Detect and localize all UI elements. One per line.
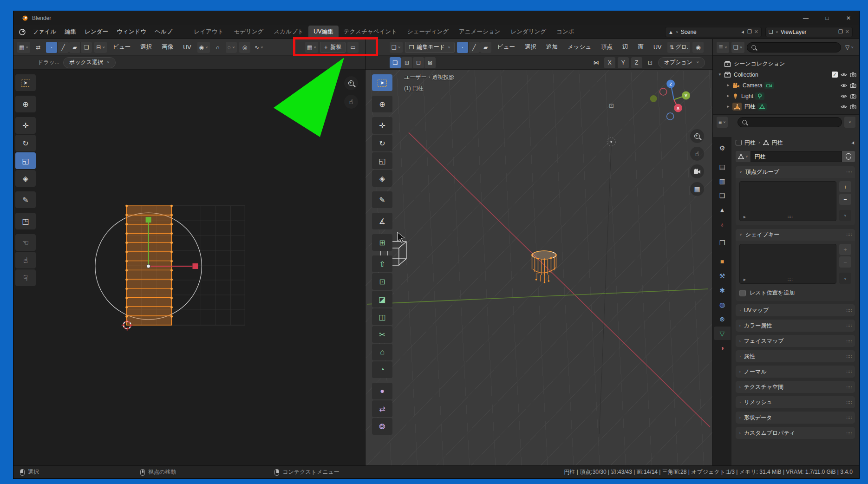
mirror-y-toggle[interactable]: Y: [618, 57, 629, 68]
outliner-row-scene-collection[interactable]: シーンコレクション: [713, 59, 859, 69]
uv-select-island-button[interactable]: ❏: [81, 42, 92, 53]
panel-face-maps[interactable]: ›フェイスマップ∷∷: [736, 335, 855, 347]
outliner-row-camera[interactable]: ► Camera: [713, 80, 859, 91]
mirror-x-toggle[interactable]: X: [604, 57, 615, 68]
blender-menu-icon[interactable]: [18, 29, 26, 35]
light-data-badge[interactable]: [755, 92, 764, 100]
panel-custom-properties[interactable]: ›カスタムプロパティ∷∷: [736, 427, 855, 439]
drag-mode-dropdown[interactable]: ボックス選択∨: [63, 57, 116, 68]
add-shape-key-button[interactable]: +: [839, 244, 851, 255]
grip-icon[interactable]: ∷∷: [846, 339, 851, 344]
tab-output[interactable]: ▥: [714, 174, 730, 188]
camera-data-badge[interactable]: [764, 82, 774, 89]
mode-dropdown[interactable]: ❒編集モード∨: [405, 42, 455, 53]
outliner-filter-dropdown[interactable]: ▽∨: [843, 42, 855, 53]
vp-tool-tweak-select[interactable]: ➤: [372, 74, 392, 91]
select-mode-extend-button[interactable]: ⊞: [401, 57, 412, 68]
tab-render[interactable]: ▤: [714, 160, 730, 173]
vp-menu-view[interactable]: ビュー: [494, 41, 519, 53]
snap-settings-dropdown[interactable]: ◌∨: [226, 42, 237, 53]
tab-material[interactable]: ◑: [714, 341, 730, 354]
fake-user-button[interactable]: [842, 151, 855, 162]
grip-icon[interactable]: ∷∷: [846, 170, 851, 175]
vp-menu-face[interactable]: 面: [634, 41, 648, 53]
tab-world[interactable]: ♁: [714, 217, 730, 231]
grip-icon[interactable]: ∷∷: [846, 385, 851, 390]
minimize-button[interactable]: —: [795, 11, 816, 25]
mesh-name-field[interactable]: 円柱: [751, 151, 842, 162]
vp-tool-smooth[interactable]: ●: [372, 383, 392, 399]
scene-name[interactable]: Scene: [681, 29, 739, 35]
maximize-button[interactable]: □: [816, 11, 838, 25]
menu-help[interactable]: ヘルプ: [150, 26, 176, 38]
render-visibility-icon[interactable]: [850, 104, 856, 109]
vp-tool-bevel[interactable]: ◪: [372, 291, 392, 307]
list-grip-icon[interactable]: ∷∷: [788, 277, 792, 282]
viewlayer-name[interactable]: ViewLayer: [781, 29, 836, 35]
snap-toggle[interactable]: ∩: [212, 42, 223, 53]
vp-tool-add-cube[interactable]: ⊞: [372, 234, 392, 251]
remove-shape-key-button[interactable]: −: [839, 256, 851, 268]
uv-select-vertex-button[interactable]: ∙: [46, 42, 57, 53]
uv-select-face-button[interactable]: ▰: [69, 42, 80, 53]
vp-menu-mesh[interactable]: メッシュ: [564, 41, 595, 53]
tab-object-data[interactable]: ▽: [714, 327, 731, 340]
vp-menu-add[interactable]: 追加: [542, 41, 561, 53]
disclosure-icon[interactable]: ►: [726, 94, 731, 98]
mesh-data-badge[interactable]: [757, 103, 767, 111]
tab-tool[interactable]: ⚙: [714, 141, 730, 155]
uv-zoom-button[interactable]: +: [344, 76, 358, 90]
proportional-falloff-dropdown[interactable]: ∿∨: [253, 42, 265, 53]
vertex-select-button[interactable]: ∙: [457, 42, 468, 53]
uv-select-edge-button[interactable]: ╱: [58, 42, 69, 53]
hide-eye-icon[interactable]: [841, 94, 847, 98]
sticky-selection-dropdown[interactable]: ⊟∨: [94, 42, 107, 53]
viewport-editor-type-button[interactable]: ❑∨: [390, 42, 403, 53]
tab-physics[interactable]: ◍: [714, 298, 730, 311]
new-viewlayer-icon[interactable]: ❐: [838, 29, 843, 35]
render-visibility-icon[interactable]: [850, 72, 856, 77]
uv-tool-grab[interactable]: ☜: [15, 234, 36, 251]
properties-filter-dropdown[interactable]: ≡∨: [717, 117, 728, 128]
vp-tool-inset[interactable]: ⊡: [372, 273, 392, 290]
pivot-dropdown-vp[interactable]: ◉: [692, 42, 704, 53]
list-expand-icon[interactable]: ►: [743, 277, 747, 282]
vp-camera-view-button[interactable]: [690, 164, 704, 178]
grip-icon[interactable]: ∷∷: [846, 308, 851, 313]
disclosure-icon[interactable]: ►: [726, 105, 731, 109]
hide-eye-icon[interactable]: [841, 83, 847, 88]
uv-canvas[interactable]: + ☝: [13, 70, 365, 465]
pin-icon[interactable]: ➤: [740, 29, 746, 34]
disclosure-icon[interactable]: ▼: [718, 72, 722, 77]
edge-select-button[interactable]: ╱: [469, 42, 480, 53]
vp-menu-edge[interactable]: 辺: [619, 41, 632, 53]
menu-file[interactable]: ファイル: [28, 26, 60, 38]
rest-position-checkbox[interactable]: [739, 290, 746, 296]
vp-grid-toggle-button[interactable]: ▦: [690, 182, 704, 196]
tab-layout[interactable]: レイアウト: [189, 26, 228, 38]
uv-menu-view[interactable]: ビュー: [109, 41, 134, 53]
viewlayer-selector[interactable]: ❏∨ ViewLayer ❐ ✕: [765, 27, 853, 37]
list-grip-icon[interactable]: ∷∷: [788, 215, 792, 219]
uv-tool-move[interactable]: ✛: [15, 117, 36, 134]
vp-menu-uv[interactable]: UV: [650, 42, 665, 52]
viewport-canvas[interactable]: Z Y X + ☝ ▦: [365, 70, 712, 465]
vp-tool-measure[interactable]: ∡: [372, 213, 392, 229]
uv-tool-transform[interactable]: ◈: [15, 170, 36, 187]
vp-tool-move[interactable]: ✛: [372, 117, 392, 134]
transform-orientation-dropdown[interactable]: ⇅グロ.: [667, 42, 690, 53]
outliner-filter-image-dropdown[interactable]: ❏∨: [731, 42, 744, 53]
vp-tool-transform[interactable]: ◈: [372, 170, 392, 187]
tab-modeling[interactable]: モデリング: [228, 26, 268, 38]
vertex-group-specials-menu[interactable]: ∨: [839, 210, 851, 221]
tab-compositing[interactable]: コンポ: [551, 26, 579, 38]
tab-collection[interactable]: ❒: [714, 236, 730, 249]
uv-menu-image[interactable]: 画像: [158, 41, 177, 53]
outliner-row-collection[interactable]: ▼ Collection ✓: [713, 69, 859, 80]
uv-tool-rip-region[interactable]: ◳: [15, 213, 36, 229]
proportional-edit-toggle[interactable]: ◎: [239, 42, 250, 53]
vp-pan-button[interactable]: ☝: [690, 147, 704, 161]
grip-icon[interactable]: ∷∷: [846, 232, 851, 237]
vp-tool-shrink-fatten[interactable]: ❂: [372, 418, 392, 435]
shape-key-specials-menu[interactable]: ∨: [839, 273, 851, 284]
